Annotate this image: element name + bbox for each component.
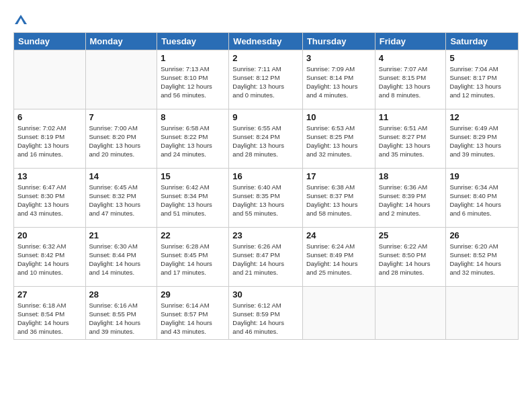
day-number: 23 — [232, 230, 299, 240]
day-number: 22 — [161, 230, 225, 240]
logo — [13, 12, 27, 26]
day-number: 11 — [379, 112, 443, 122]
logo-icon — [15, 15, 27, 24]
day-info: Sunrise: 6:22 AM Sunset: 8:50 PM Dayligh… — [379, 242, 443, 277]
day-info: Sunrise: 6:53 AM Sunset: 8:25 PM Dayligh… — [306, 124, 371, 159]
day-info: Sunrise: 7:07 AM Sunset: 8:15 PM Dayligh… — [379, 64, 443, 100]
calendar-cell: 12Sunrise: 6:49 AM Sunset: 8:29 PM Dayli… — [446, 109, 519, 168]
calendar-cell: 5Sunrise: 7:04 AM Sunset: 8:17 PM Daylig… — [446, 50, 519, 109]
weekday-header-wednesday: Wednesday — [229, 32, 303, 50]
day-number: 2 — [232, 53, 299, 63]
day-number: 25 — [379, 230, 443, 240]
day-number: 6 — [17, 112, 82, 122]
calendar-table: SundayMondayTuesdayWednesdayThursdayFrid… — [13, 32, 519, 340]
day-number: 4 — [379, 53, 443, 63]
calendar-cell: 19Sunrise: 6:34 AM Sunset: 8:40 PM Dayli… — [446, 168, 519, 227]
calendar-cell: 21Sunrise: 6:30 AM Sunset: 8:44 PM Dayli… — [85, 227, 157, 286]
day-info: Sunrise: 6:30 AM Sunset: 8:44 PM Dayligh… — [89, 242, 154, 277]
calendar-cell — [14, 50, 86, 109]
calendar-cell: 24Sunrise: 6:24 AM Sunset: 8:49 PM Dayli… — [302, 227, 375, 286]
day-number: 16 — [232, 171, 299, 181]
day-number: 26 — [449, 230, 515, 240]
day-number: 9 — [232, 112, 299, 122]
day-info: Sunrise: 6:12 AM Sunset: 8:59 PM Dayligh… — [232, 301, 299, 336]
day-info: Sunrise: 6:58 AM Sunset: 8:22 PM Dayligh… — [161, 124, 225, 159]
calendar-cell: 11Sunrise: 6:51 AM Sunset: 8:27 PM Dayli… — [375, 109, 446, 168]
day-number: 8 — [161, 112, 225, 122]
calendar-cell: 28Sunrise: 6:16 AM Sunset: 8:55 PM Dayli… — [85, 286, 157, 339]
weekday-header-monday: Monday — [85, 32, 157, 50]
calendar-cell: 17Sunrise: 6:38 AM Sunset: 8:37 PM Dayli… — [302, 168, 375, 227]
calendar-cell: 4Sunrise: 7:07 AM Sunset: 8:15 PM Daylig… — [375, 50, 446, 109]
day-info: Sunrise: 6:55 AM Sunset: 8:24 PM Dayligh… — [232, 124, 299, 159]
day-info: Sunrise: 6:16 AM Sunset: 8:55 PM Dayligh… — [89, 301, 154, 336]
day-info: Sunrise: 6:28 AM Sunset: 8:45 PM Dayligh… — [161, 242, 225, 277]
day-number: 12 — [449, 112, 515, 122]
day-info: Sunrise: 6:38 AM Sunset: 8:37 PM Dayligh… — [306, 183, 371, 218]
day-info: Sunrise: 6:14 AM Sunset: 8:57 PM Dayligh… — [161, 301, 225, 336]
day-number: 28 — [89, 289, 154, 300]
day-info: Sunrise: 6:32 AM Sunset: 8:42 PM Dayligh… — [17, 242, 82, 277]
day-info: Sunrise: 6:51 AM Sunset: 8:27 PM Dayligh… — [379, 124, 443, 159]
day-info: Sunrise: 6:49 AM Sunset: 8:29 PM Dayligh… — [449, 124, 515, 159]
day-number: 7 — [89, 112, 154, 122]
day-number: 1 — [161, 53, 225, 63]
calendar-cell: 14Sunrise: 6:45 AM Sunset: 8:32 PM Dayli… — [85, 168, 157, 227]
calendar-cell — [302, 286, 375, 339]
day-number: 29 — [161, 289, 225, 300]
calendar-cell: 1Sunrise: 7:13 AM Sunset: 8:10 PM Daylig… — [157, 50, 229, 109]
day-info: Sunrise: 6:40 AM Sunset: 8:35 PM Dayligh… — [232, 183, 299, 218]
day-number: 24 — [306, 230, 371, 240]
day-info: Sunrise: 6:45 AM Sunset: 8:32 PM Dayligh… — [89, 183, 154, 218]
day-info: Sunrise: 6:26 AM Sunset: 8:47 PM Dayligh… — [232, 242, 299, 277]
calendar-cell — [375, 286, 446, 339]
page-header — [13, 12, 519, 26]
day-number: 10 — [306, 112, 371, 122]
logo-text — [13, 12, 27, 26]
day-info: Sunrise: 6:36 AM Sunset: 8:39 PM Dayligh… — [379, 183, 443, 218]
calendar-cell: 10Sunrise: 6:53 AM Sunset: 8:25 PM Dayli… — [302, 109, 375, 168]
day-info: Sunrise: 7:02 AM Sunset: 8:19 PM Dayligh… — [17, 124, 82, 159]
calendar-cell — [85, 50, 157, 109]
day-info: Sunrise: 6:47 AM Sunset: 8:30 PM Dayligh… — [17, 183, 82, 218]
calendar-cell: 15Sunrise: 6:42 AM Sunset: 8:34 PM Dayli… — [157, 168, 229, 227]
calendar-cell: 3Sunrise: 7:09 AM Sunset: 8:14 PM Daylig… — [302, 50, 375, 109]
day-info: Sunrise: 7:11 AM Sunset: 8:12 PM Dayligh… — [232, 64, 299, 100]
day-info: Sunrise: 6:24 AM Sunset: 8:49 PM Dayligh… — [306, 242, 371, 277]
calendar-cell: 25Sunrise: 6:22 AM Sunset: 8:50 PM Dayli… — [375, 227, 446, 286]
calendar-cell: 26Sunrise: 6:20 AM Sunset: 8:52 PM Dayli… — [446, 227, 519, 286]
day-number: 15 — [161, 171, 225, 181]
day-info: Sunrise: 7:13 AM Sunset: 8:10 PM Dayligh… — [161, 64, 225, 100]
day-number: 19 — [449, 171, 515, 181]
day-number: 14 — [89, 171, 154, 181]
calendar-cell: 9Sunrise: 6:55 AM Sunset: 8:24 PM Daylig… — [229, 109, 303, 168]
weekday-header-sunday: Sunday — [14, 32, 86, 50]
day-number: 20 — [17, 230, 82, 240]
day-info: Sunrise: 7:09 AM Sunset: 8:14 PM Dayligh… — [306, 64, 371, 100]
calendar-cell: 30Sunrise: 6:12 AM Sunset: 8:59 PM Dayli… — [229, 286, 303, 339]
calendar-cell: 6Sunrise: 7:02 AM Sunset: 8:19 PM Daylig… — [14, 109, 86, 168]
calendar-cell: 27Sunrise: 6:18 AM Sunset: 8:54 PM Dayli… — [14, 286, 86, 339]
calendar-cell — [446, 286, 519, 339]
calendar-cell: 16Sunrise: 6:40 AM Sunset: 8:35 PM Dayli… — [229, 168, 303, 227]
weekday-header-tuesday: Tuesday — [157, 32, 229, 50]
calendar-cell: 20Sunrise: 6:32 AM Sunset: 8:42 PM Dayli… — [14, 227, 86, 286]
day-number: 13 — [17, 171, 82, 181]
day-info: Sunrise: 6:18 AM Sunset: 8:54 PM Dayligh… — [17, 301, 82, 336]
day-info: Sunrise: 6:42 AM Sunset: 8:34 PM Dayligh… — [161, 183, 225, 218]
weekday-header-saturday: Saturday — [446, 32, 519, 50]
calendar-cell: 8Sunrise: 6:58 AM Sunset: 8:22 PM Daylig… — [157, 109, 229, 168]
day-number: 18 — [379, 171, 443, 181]
calendar-cell: 22Sunrise: 6:28 AM Sunset: 8:45 PM Dayli… — [157, 227, 229, 286]
calendar-cell: 13Sunrise: 6:47 AM Sunset: 8:30 PM Dayli… — [14, 168, 86, 227]
day-info: Sunrise: 7:04 AM Sunset: 8:17 PM Dayligh… — [449, 64, 515, 100]
day-number: 3 — [306, 53, 371, 63]
day-number: 27 — [17, 289, 82, 300]
day-info: Sunrise: 7:00 AM Sunset: 8:20 PM Dayligh… — [89, 124, 154, 159]
day-number: 30 — [232, 289, 299, 300]
day-info: Sunrise: 6:34 AM Sunset: 8:40 PM Dayligh… — [449, 183, 515, 218]
calendar-cell: 29Sunrise: 6:14 AM Sunset: 8:57 PM Dayli… — [157, 286, 229, 339]
calendar-cell: 23Sunrise: 6:26 AM Sunset: 8:47 PM Dayli… — [229, 227, 303, 286]
day-number: 21 — [89, 230, 154, 240]
calendar-cell: 2Sunrise: 7:11 AM Sunset: 8:12 PM Daylig… — [229, 50, 303, 109]
